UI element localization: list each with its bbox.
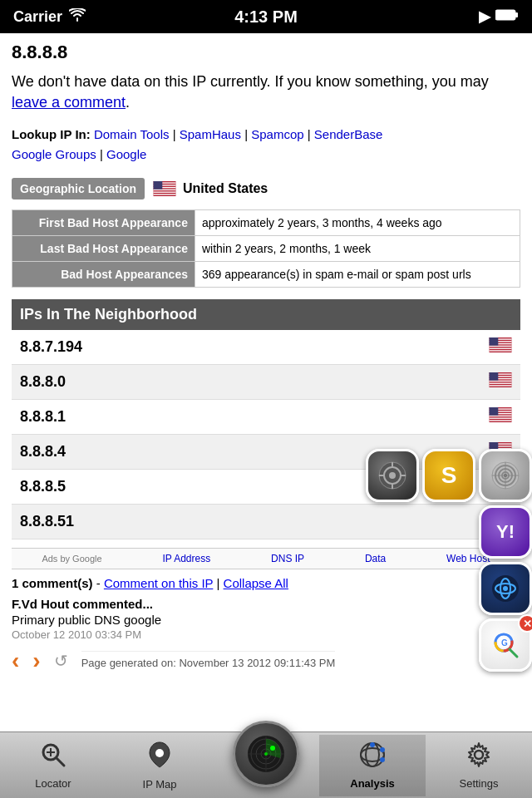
radar-center-button[interactable] <box>233 721 299 787</box>
svg-point-86 <box>155 749 164 757</box>
comment-count: 1 comment(s) <box>12 576 93 590</box>
comment-date: October 12 2010 03:34 PM <box>12 628 520 641</box>
us-flag-icon <box>153 181 176 196</box>
svg-rect-1 <box>515 12 518 17</box>
comment-on-this-link[interactable]: Comment on this IP <box>104 576 213 590</box>
svg-point-94 <box>264 752 268 756</box>
web-host-link[interactable]: Web Host <box>446 553 490 564</box>
ip-cell: 8.8.8.4 <box>12 435 479 470</box>
table-row: Last Bad Host Appearance within 2 years,… <box>12 236 520 262</box>
ip-cell: 8.8.8.51 <box>12 505 479 539</box>
neighborhood-header: IPs In The Neighborhood <box>12 299 520 330</box>
spamhaus-link[interactable]: SpamHaus <box>180 127 241 141</box>
geo-value: United States <box>153 181 268 196</box>
svg-rect-49 <box>490 477 499 485</box>
svg-rect-48 <box>490 490 512 491</box>
flag-cell <box>479 505 520 539</box>
list-item[interactable]: 8.8.7.194 <box>12 330 520 365</box>
tab-locator[interactable]: Locator <box>0 735 106 796</box>
first-bad-host-value: approximately 2 years, 3 months, 4 weeks… <box>195 210 520 236</box>
svg-rect-8 <box>154 195 176 195</box>
battery-icon <box>495 8 519 26</box>
svg-rect-39 <box>490 453 512 454</box>
svg-rect-0 <box>495 10 515 20</box>
ip-map-icon <box>147 741 172 775</box>
forward-arrow[interactable]: › <box>32 648 40 674</box>
ip-address-link[interactable]: IP Address <box>162 553 210 564</box>
svg-point-101 <box>475 751 483 759</box>
svg-rect-22 <box>490 381 512 382</box>
comment-body: Primary public DNS google <box>12 613 520 627</box>
collapse-all-link[interactable]: Collapse All <box>224 576 288 590</box>
svg-line-83 <box>57 758 64 766</box>
svg-rect-17 <box>490 337 499 346</box>
tab-ip-map-label: IP Map <box>143 778 177 791</box>
svg-rect-54 <box>490 520 512 521</box>
list-item[interactable]: 8.8.8.5 <box>12 470 520 505</box>
svg-rect-6 <box>154 190 176 190</box>
tab-settings[interactable]: Settings <box>426 735 532 796</box>
status-bar: Carrier 4:13 PM ▶ <box>0 0 532 33</box>
leave-comment-link[interactable]: leave a comment <box>12 94 126 111</box>
geo-country: United States <box>183 181 268 196</box>
svg-rect-38 <box>490 451 512 451</box>
tab-ip-map[interactable]: IP Map <box>106 734 213 797</box>
svg-point-93 <box>270 746 275 751</box>
google-link[interactable]: Google <box>106 147 146 161</box>
geo-label: Geographic Location <box>12 178 145 200</box>
ip-cell: 8.8.7.194 <box>12 330 479 365</box>
google-groups-link[interactable]: Google Groups <box>12 147 96 161</box>
no-data-message: We don't have data on this IP currently.… <box>12 71 520 113</box>
senderbase-link[interactable]: SenderBase <box>314 127 383 141</box>
ip-cell: 8.8.8.1 <box>12 400 479 435</box>
svg-rect-7 <box>154 192 176 193</box>
tab-center[interactable] <box>213 737 319 794</box>
spamcop-link[interactable]: Spamcop <box>251 127 303 141</box>
analysis-icon <box>359 741 386 774</box>
domain-tools-link[interactable]: Domain Tools <box>94 127 170 141</box>
tab-analysis[interactable]: Analysis <box>319 735 426 796</box>
list-item[interactable]: 8.8.8.51 <box>12 505 520 539</box>
last-bad-host-value: within 2 years, 2 months, 1 week <box>195 236 520 262</box>
comment-author: F.Vd Hout commented... <box>12 597 520 611</box>
location-icon: ▶ <box>479 7 490 26</box>
status-right: ▶ <box>479 7 519 26</box>
last-bad-host-label: Last Bad Host Appearance <box>12 236 195 262</box>
back-arrow[interactable]: ‹ <box>12 648 19 674</box>
lookup-label: Lookup IP In: <box>12 127 91 141</box>
status-carrier: Carrier <box>13 8 86 26</box>
nav-arrows: ‹ › ↺ Page generated on: November 13 201… <box>12 644 520 677</box>
refresh-icon[interactable]: ↺ <box>54 651 68 671</box>
flag-cell <box>479 330 520 365</box>
svg-rect-57 <box>490 512 499 520</box>
tab-locator-label: Locator <box>35 777 71 790</box>
svg-rect-24 <box>490 386 512 387</box>
table-row: First Bad Host Appearance approximately … <box>12 210 520 236</box>
comments-section: 1 comment(s) - Comment on this IP | Coll… <box>12 569 520 644</box>
list-item[interactable]: 8.8.8.1 <box>12 400 520 435</box>
bad-host-appearances-value: 369 appearance(s) in spam e-mail or spam… <box>195 262 520 288</box>
wifi-icon <box>69 8 86 26</box>
flag-cell <box>479 470 520 505</box>
ip-cell: 8.8.8.0 <box>12 365 479 400</box>
svg-rect-40 <box>490 456 512 456</box>
flag-cell <box>479 365 520 400</box>
svg-rect-33 <box>490 407 499 416</box>
settings-icon <box>466 741 492 774</box>
ads-by-google: Ads by Google <box>42 554 101 564</box>
svg-rect-16 <box>490 351 512 352</box>
svg-rect-56 <box>490 525 512 526</box>
list-item[interactable]: 8.8.8.0 <box>12 365 520 400</box>
svg-point-100 <box>380 757 385 762</box>
flag-cell <box>479 400 520 435</box>
svg-rect-55 <box>490 523 512 524</box>
list-item[interactable]: 8.8.8.4 <box>12 435 520 470</box>
data-link[interactable]: Data <box>365 553 386 564</box>
svg-rect-31 <box>490 418 512 419</box>
tab-analysis-label: Analysis <box>350 777 394 790</box>
ads-bar: Ads by Google IP Address DNS IP Data Web… <box>12 548 520 569</box>
dns-ip-link[interactable]: DNS IP <box>271 553 304 564</box>
ip-cell: 8.8.8.5 <box>12 470 479 505</box>
table-row: Bad Host Appearances 369 appearance(s) i… <box>12 262 520 288</box>
page-generated: Page generated on: November 13 2012 09:1… <box>81 651 336 674</box>
